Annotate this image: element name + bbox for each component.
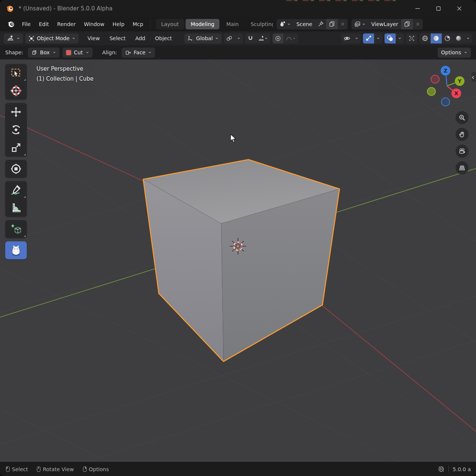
xray-icon bbox=[408, 35, 415, 42]
menu-view[interactable]: View bbox=[84, 35, 103, 41]
snap-settings-dropdown[interactable] bbox=[256, 33, 270, 44]
cut-mode-dropdown[interactable]: Cut bbox=[62, 48, 93, 58]
menu-mcp[interactable]: Mcp bbox=[129, 19, 148, 29]
menu-add[interactable]: Add bbox=[132, 35, 149, 41]
orthographic-toggle-button[interactable] bbox=[456, 161, 469, 174]
options-dropdown[interactable]: Options bbox=[438, 48, 471, 58]
shading-material-button[interactable] bbox=[442, 33, 453, 44]
shape-dropdown[interactable]: Box bbox=[28, 48, 60, 58]
tab-modeling[interactable]: Modeling bbox=[186, 19, 220, 29]
scene-browse-button[interactable] bbox=[277, 19, 293, 29]
viewlayer-browse-button[interactable] bbox=[351, 19, 368, 29]
titlebar: * (Unsaved) - Blender 5.0.0 Alpha bbox=[0, 0, 476, 17]
chevron-down-icon bbox=[466, 36, 470, 40]
proportional-editing-toggle[interactable] bbox=[273, 33, 283, 44]
topbar: File Edit Render Window Help Mcp Layout … bbox=[0, 17, 476, 31]
gizmo-axis-z[interactable]: Z bbox=[441, 66, 450, 75]
shading-solid-button[interactable] bbox=[431, 33, 442, 44]
snap-increment-icon bbox=[258, 35, 264, 42]
cube-object[interactable] bbox=[143, 160, 340, 361]
menu-help[interactable]: Help bbox=[109, 19, 129, 29]
menu-window[interactable]: Window bbox=[80, 19, 108, 29]
viewport-3d[interactable]: User Perspective (1) Collection | Cube bbox=[0, 60, 476, 462]
pan-button[interactable] bbox=[456, 128, 469, 141]
tool-cat[interactable] bbox=[5, 241, 27, 259]
divider bbox=[150, 20, 151, 29]
pivot-point-dropdown[interactable] bbox=[224, 33, 243, 44]
shading-wireframe-button[interactable] bbox=[419, 33, 431, 44]
remove-viewlayer-button: ✕ bbox=[413, 21, 423, 27]
gizmo-settings-dropdown[interactable] bbox=[374, 33, 382, 44]
tab-layout[interactable]: Layout bbox=[156, 19, 184, 29]
tool-annotate[interactable] bbox=[5, 181, 27, 199]
eye-icon bbox=[344, 35, 350, 42]
zoom-button[interactable] bbox=[456, 111, 469, 124]
minimize-button[interactable] bbox=[413, 4, 422, 13]
grid-perspective-icon bbox=[459, 164, 466, 171]
mouse-left-icon bbox=[5, 466, 10, 473]
axis-y-line bbox=[0, 263, 175, 317]
editor-type-button[interactable] bbox=[4, 33, 23, 44]
new-scene-button[interactable] bbox=[326, 19, 338, 29]
shading-rendered-button[interactable] bbox=[453, 33, 464, 44]
subtool-indicator bbox=[24, 79, 26, 81]
maximize-button[interactable] bbox=[434, 4, 443, 13]
camera-view-button[interactable] bbox=[456, 145, 469, 158]
menu-select[interactable]: Select bbox=[106, 35, 129, 41]
falloff-dropdown[interactable] bbox=[283, 33, 298, 44]
unlink-scene-button: ✕ bbox=[338, 21, 348, 27]
gizmo-axis-x[interactable]: X bbox=[451, 89, 461, 98]
gizmo-axis-y-neg[interactable] bbox=[427, 87, 435, 96]
axis-gizmo[interactable]: Z Y X bbox=[422, 62, 473, 107]
mouse-right-icon bbox=[82, 466, 87, 473]
mode-dropdown[interactable]: Object Mode bbox=[25, 33, 78, 44]
new-viewlayer-button[interactable] bbox=[401, 19, 413, 29]
chevron-down-icon bbox=[292, 36, 296, 40]
tool-select-box[interactable] bbox=[5, 64, 27, 82]
viewlayer-name[interactable]: ViewLayer bbox=[368, 21, 401, 27]
background-window-sliver bbox=[286, 0, 398, 1]
align-label: Align: bbox=[102, 49, 117, 55]
tool-cursor[interactable] bbox=[5, 82, 27, 100]
pin-scene-button[interactable] bbox=[315, 19, 326, 29]
blender-menu-logo-icon[interactable] bbox=[4, 20, 18, 28]
view-name: User Perspective bbox=[36, 64, 94, 74]
chevron-down-icon bbox=[52, 51, 56, 54]
menu-edit[interactable]: Edit bbox=[35, 19, 53, 29]
scene-name[interactable]: Scene bbox=[293, 21, 315, 27]
tool-add-cube[interactable] bbox=[5, 220, 27, 238]
chevron-down-icon bbox=[148, 51, 152, 54]
overlays-icon bbox=[387, 35, 393, 42]
tool-move[interactable] bbox=[5, 103, 27, 121]
chevron-down-icon bbox=[237, 36, 241, 40]
overlays-settings-dropdown[interactable] bbox=[396, 33, 404, 44]
tool-transform[interactable] bbox=[5, 160, 27, 178]
gizmo-axis-z-neg[interactable] bbox=[441, 98, 450, 106]
transform-orientation-dropdown[interactable]: Global bbox=[184, 33, 222, 44]
snap-toggle[interactable] bbox=[245, 33, 256, 44]
tool-measure[interactable] bbox=[5, 199, 27, 217]
zoom-icon bbox=[459, 114, 466, 121]
menu-render[interactable]: Render bbox=[53, 19, 80, 29]
magnet-icon bbox=[247, 35, 254, 42]
visibility-dropdown[interactable] bbox=[341, 33, 361, 44]
chevron-down-icon bbox=[287, 22, 291, 26]
overlays-group bbox=[385, 33, 404, 44]
menu-object[interactable]: Object bbox=[151, 35, 176, 41]
sidebar-collapse-arrow[interactable]: ‹ bbox=[472, 72, 476, 82]
tab-sculpting[interactable]: Sculpting bbox=[245, 19, 273, 29]
tab-main[interactable]: Main bbox=[221, 19, 244, 29]
show-overlays-toggle[interactable] bbox=[385, 33, 396, 44]
gizmo-axis-y[interactable]: Y bbox=[455, 76, 464, 86]
solid-sphere-icon bbox=[433, 35, 440, 42]
tool-scale[interactable] bbox=[5, 139, 27, 157]
shading-settings-dropdown[interactable] bbox=[464, 33, 472, 44]
gizmo-axis-x-neg[interactable] bbox=[431, 75, 439, 83]
align-dropdown[interactable]: Face bbox=[122, 48, 155, 58]
menu-file[interactable]: File bbox=[18, 19, 35, 29]
close-button[interactable] bbox=[454, 4, 464, 13]
mode-label: Object Mode bbox=[37, 35, 70, 41]
tool-rotate[interactable] bbox=[5, 121, 27, 139]
show-gizmo-toggle[interactable] bbox=[363, 33, 374, 44]
xray-toggle[interactable] bbox=[406, 33, 417, 44]
